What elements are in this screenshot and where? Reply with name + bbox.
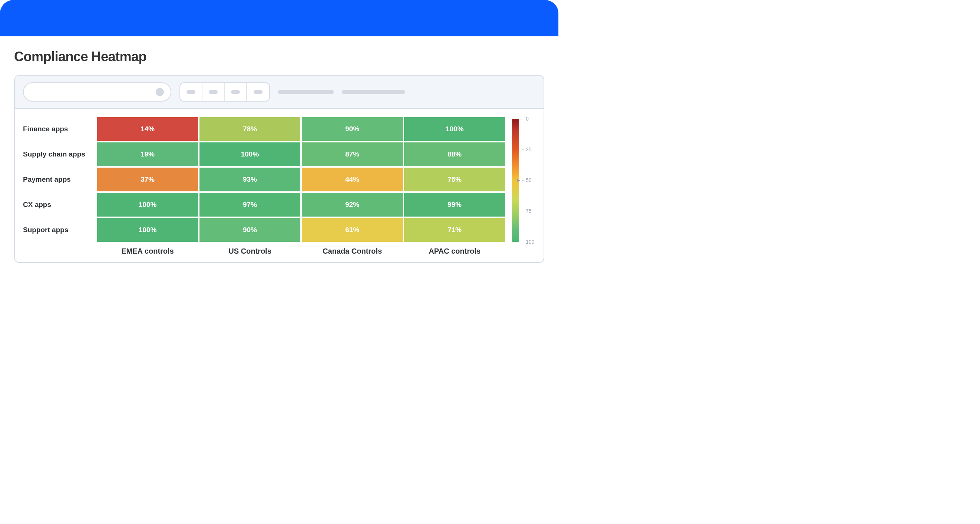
heatmap-cell[interactable]: 90%	[199, 218, 300, 242]
placeholder-icon	[254, 90, 262, 94]
heatmap-row-label: Supply chain apps	[23, 142, 95, 166]
heatmap-row-label: Finance apps	[23, 117, 95, 141]
heatmap-card: Finance apps14%78%90%100%Supply chain ap…	[14, 75, 544, 263]
view-toggle-option[interactable]	[180, 83, 202, 101]
heatmap-cell[interactable]: 100%	[404, 117, 505, 141]
heatmap-cell[interactable]: 78%	[199, 117, 300, 141]
view-toggle-option[interactable]	[225, 83, 247, 101]
heatmap-cell[interactable]: 100%	[97, 218, 198, 242]
heatmap-cell[interactable]: 97%	[199, 193, 300, 217]
column-label-spacer	[23, 247, 95, 255]
toolbar-placeholder	[278, 90, 334, 94]
heatmap-cell[interactable]: 93%	[199, 167, 300, 191]
heatmap-cell[interactable]: 61%	[302, 218, 402, 242]
legend-ticks: 0255075100▶	[522, 119, 535, 242]
toolbar	[15, 76, 544, 109]
placeholder-icon	[231, 90, 240, 94]
page-title: Compliance Heatmap	[14, 49, 544, 65]
heatmap-cell[interactable]: 75%	[404, 167, 505, 191]
content-area: Compliance Heatmap Finance ap	[0, 37, 558, 272]
heatmap-cell[interactable]: 71%	[404, 218, 505, 242]
heatmap-cell[interactable]: 99%	[404, 193, 505, 217]
legend-pointer-icon: ▶	[517, 178, 520, 182]
heatmap-cell[interactable]: 87%	[302, 142, 402, 166]
legend-tick: 100	[522, 239, 534, 245]
placeholder-icon	[186, 90, 196, 94]
heatmap-column-label: US Controls	[199, 247, 300, 255]
placeholder-icon	[209, 90, 218, 94]
heatmap-column-label: APAC controls	[404, 247, 505, 255]
page-container: Compliance Heatmap Finance ap	[0, 0, 558, 272]
heatmap-main: Finance apps14%78%90%100%Supply chain ap…	[23, 117, 505, 255]
view-toggle-group	[180, 82, 270, 102]
heatmap-grid: Finance apps14%78%90%100%Supply chain ap…	[23, 117, 505, 242]
header-band	[0, 0, 558, 37]
heatmap-body: Finance apps14%78%90%100%Supply chain ap…	[15, 109, 544, 262]
heatmap-cell[interactable]: 100%	[199, 142, 300, 166]
heatmap-row-label: CX apps	[23, 193, 95, 217]
heatmap-cell[interactable]: 19%	[97, 142, 198, 166]
heatmap-cell[interactable]: 37%	[97, 167, 198, 191]
heatmap-cell[interactable]: 14%	[97, 117, 198, 141]
heatmap-column-label: Canada Controls	[302, 247, 402, 255]
heatmap-cell[interactable]: 100%	[97, 193, 198, 217]
view-toggle-option[interactable]	[202, 83, 225, 101]
search-icon	[156, 88, 164, 96]
legend-tick: 75	[522, 208, 532, 214]
toolbar-placeholder	[342, 90, 405, 94]
search-input[interactable]	[23, 82, 171, 102]
heatmap-cell[interactable]: 88%	[404, 142, 505, 166]
heatmap-row-label: Payment apps	[23, 167, 95, 191]
legend-tick: 50	[522, 177, 532, 183]
view-toggle-option[interactable]	[247, 83, 269, 101]
legend-tick: 25	[522, 147, 532, 153]
heatmap-cell[interactable]: 92%	[302, 193, 402, 217]
heatmap-cell[interactable]: 90%	[302, 117, 402, 141]
heatmap-legend: 0255075100▶	[512, 117, 535, 242]
heatmap-column-label: EMEA controls	[97, 247, 198, 255]
heatmap-column-labels: EMEA controlsUS ControlsCanada ControlsA…	[23, 247, 505, 255]
heatmap-row-label: Support apps	[23, 218, 95, 242]
legend-tick: 0	[522, 116, 529, 122]
heatmap-cell[interactable]: 44%	[302, 167, 402, 191]
